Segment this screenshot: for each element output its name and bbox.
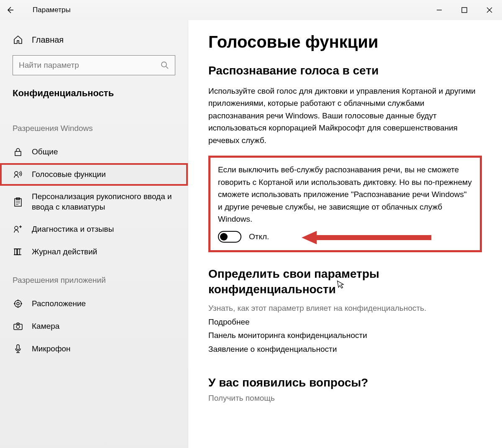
svg-point-10 (15, 300, 21, 307)
main-content: Голосовые функции Распознавание голоса в… (188, 20, 502, 448)
link-learn-more[interactable]: Подробнее (208, 315, 482, 329)
svg-point-6 (15, 226, 18, 230)
sidebar-item-camera[interactable]: Камера (0, 315, 188, 338)
sidebar-item-label: Расположение (32, 299, 86, 309)
sidebar-item-location[interactable]: Расположение (0, 292, 188, 315)
sidebar-item-activity[interactable]: Журнал действий (0, 241, 188, 263)
back-button[interactable] (0, 0, 20, 20)
toggle-state-label: Откл. (249, 232, 269, 241)
close-button[interactable] (477, 0, 502, 20)
link-privacy-dashboard[interactable]: Панель мониторинга конфиденциальности (208, 329, 482, 342)
location-icon (13, 298, 23, 309)
sidebar-item-label: Микрофон (32, 344, 71, 354)
sidebar-item-label: Камера (32, 321, 59, 332)
sidebar-item-general[interactable]: Общие (0, 141, 188, 163)
maximize-button[interactable] (452, 0, 477, 20)
svg-point-3 (15, 172, 18, 175)
description-para-2: Если выключить веб-службу распознавания … (218, 164, 472, 225)
speech-toggle[interactable] (218, 231, 241, 243)
speech-icon (13, 169, 23, 180)
sidebar-item-microphone[interactable]: Микрофон (0, 338, 188, 360)
svg-rect-13 (17, 345, 19, 350)
search-input[interactable] (19, 61, 161, 70)
sidebar-group-windows-perms: Разрешения Windows (0, 111, 188, 141)
sidebar: Главная Конфиденциальность Разрешения Wi… (0, 20, 188, 448)
microphone-icon (13, 343, 23, 354)
camera-icon (13, 321, 23, 332)
svg-point-12 (16, 325, 20, 328)
home-icon (13, 34, 23, 45)
feedback-icon (13, 224, 23, 235)
svg-marker-15 (302, 231, 317, 244)
search-icon (161, 61, 169, 69)
svg-point-9 (17, 302, 19, 305)
annotation-arrow-icon (302, 230, 435, 245)
page-title: Голосовые функции (208, 33, 482, 51)
clipboard-icon (13, 197, 23, 207)
sidebar-category: Конфиденциальность (0, 84, 188, 111)
lock-icon (13, 146, 23, 157)
annotation-highlight-box: Если выключить веб-службу распознавания … (208, 156, 482, 252)
link-privacy-statement[interactable]: Заявление о конфиденциальности (208, 343, 482, 356)
svg-rect-0 (462, 8, 467, 13)
sidebar-home[interactable]: Главная (0, 30, 188, 55)
sidebar-item-label: Журнал действий (32, 247, 97, 257)
sidebar-group-app-perms: Разрешения приложений (0, 263, 188, 292)
link-get-help[interactable]: Получить помощь (208, 394, 482, 403)
section-help: У вас появились вопросы? (208, 376, 482, 389)
toggle-knob (220, 233, 228, 241)
search-box[interactable] (13, 55, 175, 75)
sidebar-item-label: Общие (32, 147, 58, 157)
window-title: Параметры (33, 6, 71, 14)
minimize-button[interactable] (427, 0, 452, 20)
sidebar-item-inking[interactable]: Персонализация рукописного ввода и ввода… (0, 186, 188, 218)
sidebar-item-label: Персонализация рукописного ввода и ввода… (32, 192, 175, 212)
sidebar-item-speech[interactable]: Голосовые функции (0, 163, 188, 186)
svg-rect-7 (15, 249, 17, 255)
description-para-1: Используйте свой голос для диктовки и уп… (208, 85, 482, 146)
arrow-left-icon (6, 6, 14, 14)
svg-rect-2 (15, 151, 21, 156)
svg-point-1 (161, 62, 166, 67)
mouse-cursor-icon (336, 279, 346, 290)
sidebar-item-label: Голосовые функции (32, 169, 106, 180)
titlebar: Параметры (0, 0, 502, 20)
svg-rect-8 (18, 249, 20, 255)
sidebar-home-label: Главная (32, 35, 64, 45)
sidebar-item-label: Диагностика и отзывы (32, 224, 114, 235)
activity-icon (13, 246, 23, 257)
sidebar-item-diagnostics[interactable]: Диагностика и отзывы (0, 218, 188, 241)
section-privacy-options: Определить свои параметры конфиденциальн… (208, 266, 482, 297)
privacy-subtext: Узнать, как этот параметр влияет на конф… (208, 304, 482, 313)
section-online-speech: Распознавание голоса в сети (208, 64, 482, 77)
